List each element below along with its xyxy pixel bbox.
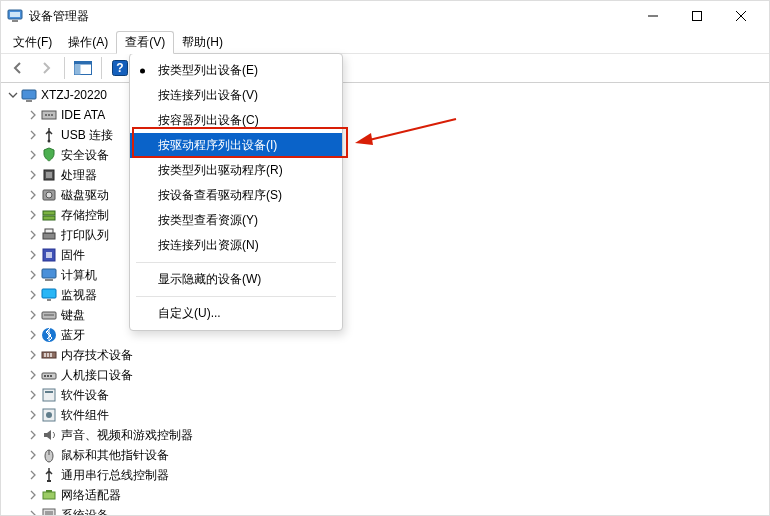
tree-item[interactable]: 磁盘驱动 bbox=[1, 185, 769, 205]
close-button[interactable] bbox=[719, 1, 763, 31]
device-tree[interactable]: XTZJ-20220IDE ATAUSB 连接安全设备处理器磁盘驱动存储控制打印… bbox=[1, 83, 769, 515]
tree-item[interactable]: 打印队列 bbox=[1, 225, 769, 245]
toolbar-separator bbox=[64, 57, 65, 79]
expand-icon[interactable] bbox=[25, 330, 41, 340]
dropdown-item[interactable]: 按类型列出设备(E) bbox=[130, 58, 342, 83]
svg-rect-51 bbox=[43, 492, 55, 499]
dropdown-item[interactable]: 按类型列出驱动程序(R) bbox=[130, 158, 342, 183]
tree-root-label: XTZJ-20220 bbox=[41, 88, 107, 102]
dropdown-item[interactable]: 按连接列出资源(N) bbox=[130, 233, 342, 258]
dropdown-item[interactable]: 显示隐藏的设备(W) bbox=[130, 267, 342, 292]
tree-item[interactable]: 软件设备 bbox=[1, 385, 769, 405]
tree-item[interactable]: 蓝牙 bbox=[1, 325, 769, 345]
tree-item[interactable]: 安全设备 bbox=[1, 145, 769, 165]
tree-item[interactable]: 键盘 bbox=[1, 305, 769, 325]
usb-icon bbox=[41, 127, 57, 143]
show-hide-tree-button[interactable] bbox=[70, 55, 96, 81]
svg-rect-9 bbox=[75, 65, 81, 75]
ide-icon bbox=[41, 107, 57, 123]
svg-rect-43 bbox=[50, 375, 52, 377]
menu-help[interactable]: 帮助(H) bbox=[174, 31, 231, 53]
tree-item[interactable]: 鼠标和其他指针设备 bbox=[1, 445, 769, 465]
tree-item[interactable]: USB 连接 bbox=[1, 125, 769, 145]
expand-icon[interactable] bbox=[25, 250, 41, 260]
tree-item[interactable]: 软件组件 bbox=[1, 405, 769, 425]
svg-point-17 bbox=[51, 114, 53, 116]
dropdown-item-label: 按类型列出设备(E) bbox=[158, 62, 258, 79]
tree-item[interactable]: 声音、视频和游戏控制器 bbox=[1, 425, 769, 445]
expand-icon[interactable] bbox=[25, 430, 41, 440]
dropdown-item[interactable]: 按类型查看资源(Y) bbox=[130, 208, 342, 233]
dropdown-item-label: 按连接列出资源(N) bbox=[158, 237, 259, 254]
dropdown-item[interactable]: 按驱动程序列出设备(I) bbox=[130, 133, 342, 158]
expand-icon[interactable] bbox=[25, 210, 41, 220]
keyboard-icon bbox=[41, 307, 57, 323]
content-area: XTZJ-20220IDE ATAUSB 连接安全设备处理器磁盘驱动存储控制打印… bbox=[1, 83, 769, 515]
tree-item[interactable]: 处理器 bbox=[1, 165, 769, 185]
tree-item[interactable]: IDE ATA bbox=[1, 105, 769, 125]
tree-item-label: 存储控制 bbox=[61, 207, 109, 224]
dropdown-item[interactable]: 按设备查看驱动程序(S) bbox=[130, 183, 342, 208]
maximize-button[interactable] bbox=[675, 1, 719, 31]
expand-icon[interactable] bbox=[25, 110, 41, 120]
expand-icon[interactable] bbox=[25, 310, 41, 320]
toolbar-separator-2 bbox=[101, 57, 102, 79]
dropdown-item-label: 按容器列出设备(C) bbox=[158, 112, 259, 129]
expand-icon[interactable] bbox=[25, 510, 41, 515]
expand-icon[interactable] bbox=[25, 290, 41, 300]
svg-rect-50 bbox=[47, 480, 51, 482]
bt-icon bbox=[41, 327, 57, 343]
tree-item-label: 人机接口设备 bbox=[61, 367, 133, 384]
tree-item[interactable]: 内存技术设备 bbox=[1, 345, 769, 365]
tree-item[interactable]: 监视器 bbox=[1, 285, 769, 305]
expand-icon[interactable] bbox=[25, 230, 41, 240]
forward-button[interactable] bbox=[33, 55, 59, 81]
menu-action[interactable]: 操作(A) bbox=[60, 31, 116, 53]
expand-icon[interactable] bbox=[25, 130, 41, 140]
expand-icon[interactable] bbox=[25, 350, 41, 360]
tree-item-label: IDE ATA bbox=[61, 108, 105, 122]
svg-point-47 bbox=[46, 412, 52, 418]
svg-rect-52 bbox=[46, 490, 52, 492]
expand-icon[interactable] bbox=[25, 150, 41, 160]
tree-item-label: 磁盘驱动 bbox=[61, 187, 109, 204]
menu-file[interactable]: 文件(F) bbox=[5, 31, 60, 53]
expand-icon[interactable] bbox=[25, 190, 41, 200]
tree-item[interactable]: 计算机 bbox=[1, 265, 769, 285]
expand-icon[interactable] bbox=[25, 270, 41, 280]
svg-point-22 bbox=[46, 192, 52, 198]
disk-icon bbox=[41, 187, 57, 203]
svg-rect-2 bbox=[12, 20, 18, 22]
dropdown-item[interactable]: 自定义(U)... bbox=[130, 301, 342, 326]
firmware-icon bbox=[41, 247, 57, 263]
usbctrl-icon bbox=[41, 467, 57, 483]
expand-icon[interactable] bbox=[25, 490, 41, 500]
menu-view[interactable]: 查看(V) bbox=[116, 31, 174, 54]
expand-icon[interactable] bbox=[25, 370, 41, 380]
tree-item[interactable]: 固件 bbox=[1, 245, 769, 265]
net-icon bbox=[41, 487, 57, 503]
tree-item[interactable]: 系统设备 bbox=[1, 505, 769, 515]
cpu-icon bbox=[41, 167, 57, 183]
expand-icon[interactable] bbox=[25, 390, 41, 400]
tree-root[interactable]: XTZJ-20220 bbox=[1, 85, 769, 105]
expand-icon[interactable] bbox=[25, 410, 41, 420]
dropdown-item-label: 按驱动程序列出设备(I) bbox=[158, 137, 277, 154]
tree-item[interactable]: 存储控制 bbox=[1, 205, 769, 225]
expand-icon[interactable] bbox=[25, 170, 41, 180]
tree-item[interactable]: 通用串行总线控制器 bbox=[1, 465, 769, 485]
expand-icon[interactable] bbox=[25, 470, 41, 480]
tree-item[interactable]: 网络适配器 bbox=[1, 485, 769, 505]
back-button[interactable] bbox=[5, 55, 31, 81]
sw-icon bbox=[41, 387, 57, 403]
expand-icon[interactable] bbox=[25, 450, 41, 460]
tree-item[interactable]: 人机接口设备 bbox=[1, 365, 769, 385]
titlebar-left: 设备管理器 bbox=[7, 8, 89, 25]
swc-icon bbox=[41, 407, 57, 423]
minimize-button[interactable] bbox=[631, 1, 675, 31]
dropdown-item[interactable]: 按容器列出设备(C) bbox=[130, 108, 342, 133]
tree-item-label: 内存技术设备 bbox=[61, 347, 133, 364]
svg-point-15 bbox=[45, 114, 47, 116]
dropdown-item[interactable]: 按连接列出设备(V) bbox=[130, 83, 342, 108]
expand-collapse-icon[interactable] bbox=[5, 90, 21, 100]
